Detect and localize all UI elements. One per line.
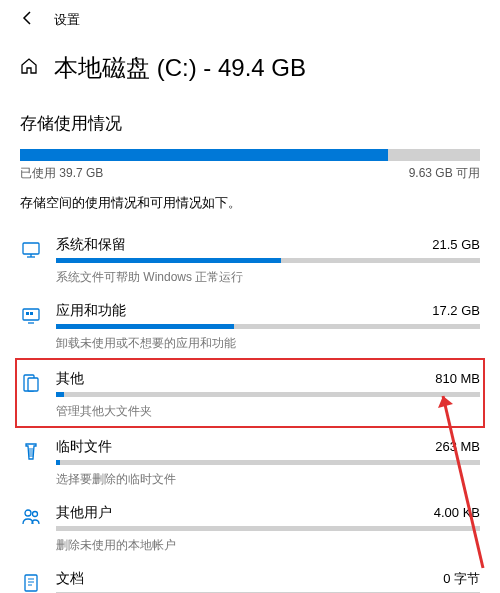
category-desc: 删除未使用的本地帐户: [56, 537, 480, 554]
category-bar: [56, 392, 480, 397]
category-desc: 系统文件可帮助 Windows 正常运行: [56, 269, 480, 286]
category-item-temp[interactable]: 临时文件263 MB选择要删除的临时文件: [20, 428, 480, 494]
category-size: 21.5 GB: [432, 237, 480, 252]
category-name: 文档: [56, 570, 84, 588]
category-bar: [56, 526, 480, 531]
storage-labels: 已使用 39.7 GB 9.63 GB 可用: [20, 165, 480, 182]
category-size: 17.2 GB: [432, 303, 480, 318]
svg-rect-13: [25, 575, 37, 591]
category-desc: 选择要删除的临时文件: [56, 471, 480, 488]
category-name: 临时文件: [56, 438, 112, 456]
storage-section: 存储使用情况 已使用 39.7 GB 9.63 GB 可用 存储空间的使用情况和…: [0, 94, 500, 212]
other-icon: [20, 372, 42, 394]
category-list: 系统和保留21.5 GB系统文件可帮助 Windows 正常运行应用和功能17.…: [0, 226, 500, 593]
svg-rect-0: [23, 243, 39, 254]
category-body: 系统和保留21.5 GB系统文件可帮助 Windows 正常运行: [56, 236, 480, 286]
category-size: 810 MB: [435, 371, 480, 386]
category-bar-fill: [56, 324, 234, 329]
home-icon[interactable]: [20, 57, 38, 80]
temp-icon: [20, 440, 42, 462]
category-body: 临时文件263 MB选择要删除的临时文件: [56, 438, 480, 488]
category-name: 系统和保留: [56, 236, 126, 254]
svg-point-12: [33, 512, 38, 517]
header-title: 设置: [54, 11, 80, 29]
category-body: 其他用户4.00 KB删除未使用的本地帐户: [56, 504, 480, 554]
arrow-left-icon: [20, 10, 36, 26]
category-item-apps[interactable]: 应用和功能17.2 GB卸载未使用或不想要的应用和功能: [20, 292, 480, 358]
category-desc: 卸载未使用或不想要的应用和功能: [56, 335, 480, 352]
category-bar: [56, 324, 480, 329]
category-bar-fill: [56, 460, 60, 465]
category-bar-fill: [56, 258, 281, 263]
category-bar: [56, 258, 480, 263]
storage-progress-bar: [20, 149, 480, 161]
category-item-system[interactable]: 系统和保留21.5 GB系统文件可帮助 Windows 正常运行: [20, 226, 480, 292]
used-label: 已使用 39.7 GB: [20, 165, 103, 182]
category-bar-fill: [56, 392, 64, 397]
category-body: 应用和功能17.2 GB卸载未使用或不想要的应用和功能: [56, 302, 480, 352]
header-bar: 设置: [0, 0, 500, 38]
docs-icon: [20, 572, 42, 593]
category-desc: 管理其他大文件夹: [56, 403, 480, 420]
category-bar: [56, 460, 480, 465]
system-icon: [20, 238, 42, 260]
category-body: 其他810 MB管理其他大文件夹: [56, 370, 480, 420]
users-icon: [20, 506, 42, 528]
free-label: 9.63 GB 可用: [409, 165, 480, 182]
category-size: 4.00 KB: [434, 505, 480, 520]
section-title: 存储使用情况: [20, 112, 480, 135]
category-size: 0 字节: [443, 570, 480, 588]
category-body: 文档0 字节: [56, 570, 480, 593]
title-row: 本地磁盘 (C:) - 49.4 GB: [0, 38, 500, 94]
svg-rect-5: [30, 312, 33, 315]
storage-progress-fill: [20, 149, 388, 161]
category-item-docs[interactable]: 文档0 字节: [20, 560, 480, 593]
category-item-users[interactable]: 其他用户4.00 KB删除未使用的本地帐户: [20, 494, 480, 560]
category-size: 263 MB: [435, 439, 480, 454]
page-title: 本地磁盘 (C:) - 49.4 GB: [54, 52, 306, 84]
category-name: 其他: [56, 370, 84, 388]
category-name: 应用和功能: [56, 302, 126, 320]
category-name: 其他用户: [56, 504, 112, 522]
back-button[interactable]: [20, 10, 36, 30]
apps-icon: [20, 304, 42, 326]
category-item-other[interactable]: 其他810 MB管理其他大文件夹: [15, 358, 485, 428]
svg-point-11: [25, 510, 31, 516]
svg-rect-4: [26, 312, 29, 315]
svg-rect-8: [28, 378, 38, 391]
storage-description: 存储空间的使用情况和可用情况如下。: [20, 194, 480, 212]
